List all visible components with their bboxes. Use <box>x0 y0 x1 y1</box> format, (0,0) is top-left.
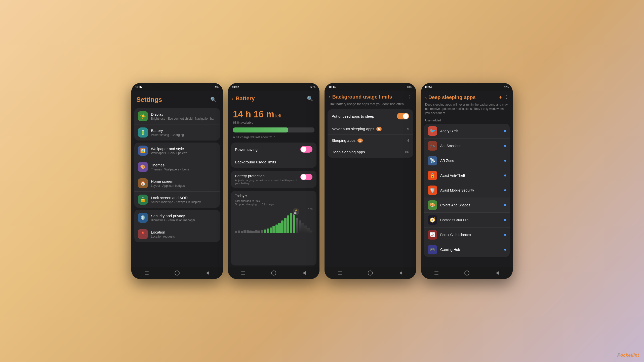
usage-content: ‹ Background usage limits ⋮ Limit batter… <box>325 91 416 267</box>
settings-item-homescreen[interactable]: 🏠 Home screen Layout · App icon badges <box>134 175 220 192</box>
more-icon[interactable]: ⋮ <box>504 94 509 101</box>
battery-protection-row[interactable]: Battery protection Adjust charging behav… <box>231 171 316 188</box>
homescreen-name: Home screen <box>151 179 216 184</box>
nav-recent-1[interactable] <box>142 269 152 277</box>
settings-item-security[interactable]: 🛡️ Security and privacy Biometrics · Per… <box>134 210 220 226</box>
nav-home-4[interactable] <box>462 269 472 277</box>
chart-bar <box>281 220 284 233</box>
app-row-avast-security[interactable]: 🛡️ Avast Mobile Security <box>424 183 510 198</box>
chart-bar <box>241 231 243 233</box>
deep-content: ‹ Deep sleeping apps + ⋮ Deep sleeping a… <box>421 91 513 267</box>
chart-bar <box>287 215 289 233</box>
deep-header-left: ‹ Deep sleeping apps <box>425 95 476 100</box>
toggle-knob <box>301 147 306 152</box>
settings-item-themes[interactable]: 🎨 Themes Themes · Wallpapers · Icons <box>134 159 220 175</box>
display-icon: ☀️ <box>138 111 148 121</box>
battery-available: 68% available <box>233 121 314 124</box>
themes-icon: 🎨 <box>138 162 148 172</box>
chart-bar <box>299 220 301 233</box>
deep-description: Deep sleeping apps will never run in the… <box>421 103 513 118</box>
homescreen-sub: Layout · App icon badges <box>151 184 216 188</box>
angry-birds-name: Angry Birds <box>440 129 504 133</box>
three-dots-icon[interactable]: ⋮ <box>408 94 412 100</box>
app-row-angry-birds[interactable]: 🐦 Angry Birds <box>424 124 510 139</box>
forex-icon: 📈 <box>428 230 437 240</box>
chart-bar <box>238 231 240 233</box>
app-row-avast-antitheft[interactable]: 🔒 Avast Anti-Theft <box>424 168 510 183</box>
battery-search-icon[interactable]: 🔍 <box>305 94 314 103</box>
add-icon[interactable]: + <box>499 94 502 101</box>
battery-fill <box>233 127 288 132</box>
nav-recent-4[interactable] <box>431 269 441 277</box>
location-name: Location <box>151 230 216 234</box>
battery-protection-toggle[interactable] <box>300 174 312 180</box>
nav-back-2[interactable] <box>299 269 309 277</box>
battery-big-time: 14 h 16 m <box>233 109 274 119</box>
ar-zone-name: AR Zone <box>440 159 504 163</box>
back-triangle-icon-4 <box>496 271 499 275</box>
app-row-colors-shapes[interactable]: 🎨 Colors And Shapes <box>424 198 510 213</box>
background-usage-row[interactable]: Background usage limits <box>231 156 316 168</box>
forex-name: Forex Club Libertex <box>440 233 504 237</box>
put-unused-row[interactable]: Put unused apps to sleep <box>328 109 413 123</box>
battery-content: ‹ Battery 🔍 14 h 16 m left 68% available… <box>228 91 319 267</box>
nav-lines-icon-3 <box>338 272 342 275</box>
phones-container: 10:07 69% Settings 🔍 ☀️ Display Brightne… <box>0 0 644 362</box>
battery-protection-text: Battery protection Adjust charging behav… <box>235 174 300 185</box>
sleeping-apps-row[interactable]: Sleeping apps 1 4 <box>328 135 413 146</box>
status-bar-3: 10:14 68% <box>325 83 416 91</box>
wallpaper-text: Wallpaper and style Wallpapers · Colour … <box>151 147 216 155</box>
settings-item-lockscreen[interactable]: 🔒 Lock screen and AOD Screen lock type ·… <box>134 192 220 208</box>
app-row-ar-zone[interactable]: 📡 AR Zone <box>424 153 510 168</box>
chart-bar <box>304 225 307 233</box>
avast-antitheft-dot <box>504 174 506 176</box>
settings-item-wallpaper[interactable]: 🖼️ Wallpaper and style Wallpapers · Colo… <box>134 143 220 159</box>
deep-header-icons: + ⋮ <box>499 94 509 101</box>
app-row-ant-smasher[interactable]: 🐜 Ant Smasher <box>424 139 510 153</box>
put-unused-left: Put unused apps to sleep <box>332 114 374 118</box>
back-arrow-3[interactable]: ‹ <box>329 94 330 100</box>
last-charged: Last charged to 80% <box>235 199 312 202</box>
nav-back-3[interactable] <box>396 269 406 277</box>
nav-recent-3[interactable] <box>335 269 345 277</box>
nav-back-1[interactable] <box>203 269 213 277</box>
nav-home-2[interactable] <box>269 269 279 277</box>
chart-bar <box>267 229 269 233</box>
nav-recent-2[interactable] <box>238 269 248 277</box>
app-row-compass[interactable]: 🧭 Compass 360 Pro <box>424 213 510 228</box>
avast-antitheft-icon: 🔒 <box>428 171 437 180</box>
nav-lines-icon-2 <box>241 272 245 275</box>
nav-home-3[interactable] <box>365 269 375 277</box>
power-saving-row[interactable]: Power saving <box>231 143 316 156</box>
put-unused-toggle[interactable] <box>397 113 409 119</box>
avast-security-name: Avast Mobile Security <box>440 188 504 192</box>
battery-4: 79% <box>504 86 509 88</box>
phone-usage: 10:14 68% ‹ Background usage limits ⋮ Li… <box>325 83 416 279</box>
back-arrow-4[interactable]: ‹ <box>425 95 427 100</box>
never-auto-label: Never auto sleeping apps <box>332 127 374 131</box>
settings-list: ☀️ Display Brightness · Eye comfort shie… <box>131 106 223 267</box>
usage-description: Limit battery usage for apps that you do… <box>325 102 416 109</box>
nav-home-1[interactable] <box>172 269 182 277</box>
chart-bar <box>278 223 280 233</box>
angry-birds-icon: 🐦 <box>428 126 437 136</box>
app-row-forex[interactable]: 📈 Forex Club Libertex <box>424 228 510 242</box>
app-group-main: 🐦 Angry Birds 🐜 Ant Smasher 📡 AR Zone <box>424 124 510 257</box>
settings-item-display[interactable]: ☀️ Display Brightness · Eye comfort shie… <box>134 108 220 124</box>
never-auto-row[interactable]: Never auto sleeping apps 5 5 <box>328 123 413 135</box>
power-saving-toggle[interactable] <box>300 146 312 153</box>
status-bar-2: 10:12 68% <box>228 83 319 91</box>
nav-lines-icon <box>145 272 149 275</box>
settings-item-battery[interactable]: 🔋 Battery Power saving · Charging <box>134 124 220 141</box>
settings-header: Settings 🔍 <box>131 91 223 106</box>
settings-item-location[interactable]: 📍 Location Location requests <box>134 226 220 242</box>
search-icon[interactable]: 🔍 <box>209 95 218 104</box>
deep-sleeping-row[interactable]: Deep sleeping apps 86 <box>328 146 413 158</box>
back-arrow-2[interactable]: ‹ <box>232 96 234 102</box>
settings-group-security: 🛡️ Security and privacy Biometrics · Per… <box>134 210 220 242</box>
app-row-gaming-hub[interactable]: 🎮 Gaming Hub <box>424 242 510 257</box>
battery-protection-sub: Adjust charging behaviour to extend the … <box>235 179 300 185</box>
nav-bar-1 <box>131 267 223 279</box>
nav-back-4[interactable] <box>492 269 502 277</box>
dropdown-icon[interactable]: ▾ <box>245 194 247 198</box>
